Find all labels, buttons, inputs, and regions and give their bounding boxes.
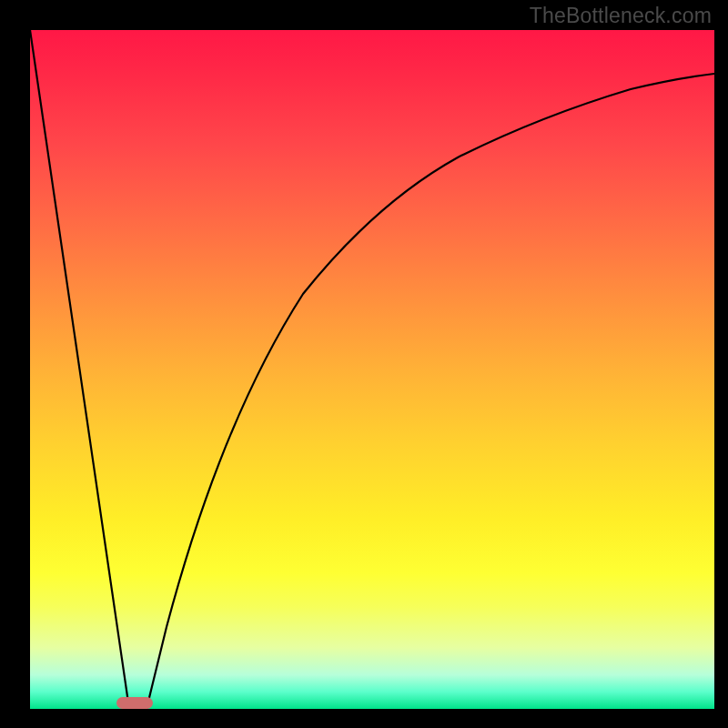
bottleneck-curve [30,30,714,709]
chart-frame: TheBottleneck.com [0,0,728,728]
plot-area [30,30,714,709]
curve-right-branch [147,74,714,709]
curve-left-branch [30,30,129,709]
valley-pill-marker [116,697,153,709]
watermark-text: TheBottleneck.com [530,4,712,28]
